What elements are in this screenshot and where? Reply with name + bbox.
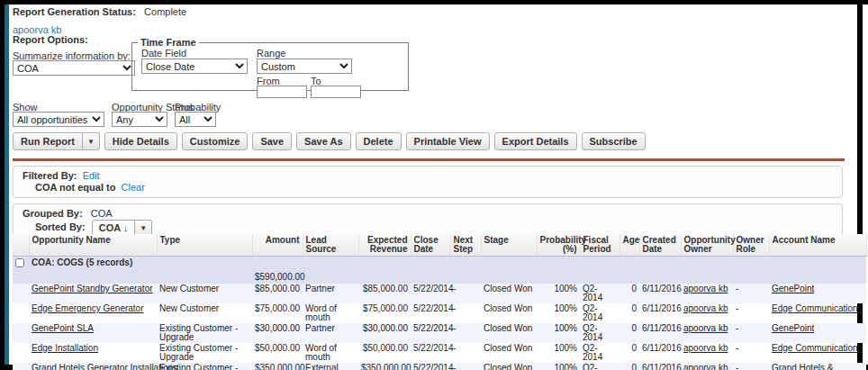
cell-created-date: 6/11/2016 [639, 343, 681, 363]
cell-next-step: - [450, 303, 481, 323]
account-link[interactable]: Edge Communications [772, 303, 863, 313]
cell-age: 0 [619, 363, 639, 370]
save-as-button[interactable]: Save As [296, 132, 350, 150]
cell-owner[interactable]: apoorva kb [681, 284, 733, 303]
account-link[interactable]: Grand Hotels & Resorts Ltd [772, 363, 833, 370]
export-details-button[interactable]: Export Details [494, 132, 577, 150]
cell-lead-source: External Referral [303, 363, 358, 370]
probability-select[interactable]: All [175, 112, 216, 127]
from-date-input[interactable] [257, 86, 307, 98]
table-row: Grand Hotels Generator InstallationsExis… [13, 363, 866, 370]
cell-owner-role: - [733, 343, 769, 363]
cell-fiscal-period: Q2-2014 [580, 323, 619, 343]
to-date-input[interactable] [311, 86, 361, 98]
report-page: Report Generation Status: Complete apoor… [0, 0, 868, 370]
account-link[interactable]: GenePoint [772, 284, 814, 293]
column-header-opportunity-owner[interactable]: Opportunity Owner [681, 234, 733, 257]
name-link[interactable]: Edge Emergency Generator [32, 303, 144, 313]
cell-account[interactable]: GenePoint [769, 323, 866, 343]
name-link[interactable]: GenePoint Standby Generator [32, 284, 153, 293]
time-frame-fieldset: Time Frame Date Field Close Date Range C… [131, 37, 409, 91]
show-select[interactable]: All opportunities [13, 112, 104, 127]
cell-name[interactable]: Grand Hotels Generator Installations [29, 363, 157, 370]
customize-button[interactable]: Customize [182, 132, 249, 150]
cell-lead-source: Word of mouth [303, 303, 358, 323]
table-row: GenePoint SLAExisting Customer - Upgrade… [13, 323, 866, 343]
cell-age: 0 [619, 343, 639, 363]
cell-owner[interactable]: apoorva kb [681, 323, 733, 343]
cell-close-date: 5/22/2014 [411, 343, 450, 363]
opportunity-status-select[interactable]: Any [112, 112, 167, 127]
column-header-probability[interactable]: Probability (%) [537, 234, 580, 257]
cell-probability: 100% [537, 363, 580, 370]
status-value: Complete [144, 6, 186, 17]
column-header-amount[interactable]: Amount [252, 234, 303, 257]
status-label: Report Generation Status: [13, 6, 136, 17]
run-report-split-button: Run Report ▼ [13, 132, 100, 150]
owner-link[interactable]: apoorva kb [683, 303, 728, 313]
cell-age: 0 [619, 323, 639, 343]
cell-lead-source: Partner [303, 284, 358, 303]
cell-name[interactable]: Edge Emergency Generator [29, 303, 157, 323]
cell-name[interactable]: Edge Installation [29, 343, 157, 363]
cell-expected-revenue: $350,000.00 [358, 363, 411, 370]
column-header-expected-revenue[interactable]: Expected Revenue [358, 234, 411, 257]
cell-name[interactable]: GenePoint Standby Generator [29, 284, 157, 303]
column-header-fiscal-period[interactable]: Fiscal Period [580, 234, 619, 257]
run-report-button[interactable]: Run Report [13, 132, 83, 150]
hide-details-button[interactable]: Hide Details [104, 132, 177, 150]
cell-lead-source: Partner [303, 323, 358, 343]
clear-filter-link[interactable]: Clear [122, 182, 145, 193]
group-select-checkbox[interactable] [15, 258, 24, 267]
cell-probability: 100% [537, 284, 580, 303]
cell-name[interactable]: GenePoint SLA [29, 323, 157, 343]
cell-next-step: - [450, 343, 481, 363]
cell-probability: 100% [537, 343, 580, 363]
cell-account[interactable]: GenePoint [769, 284, 866, 303]
table-row: Edge Emergency GeneratorNew Customer$75,… [13, 303, 866, 323]
name-link[interactable]: Grand Hotels Generator Installations [32, 363, 177, 370]
cell-probability: 100% [537, 303, 580, 323]
column-header-opportunity-name[interactable]: Opportunity Name [29, 234, 157, 257]
save-button[interactable]: Save [252, 132, 292, 150]
column-header-owner-role[interactable]: Owner Role [733, 234, 769, 257]
column-header-age[interactable]: Age [619, 234, 639, 257]
edit-filter-link[interactable]: Edit [83, 170, 100, 181]
range-select[interactable]: Custom [257, 59, 352, 74]
name-link[interactable]: GenePoint SLA [32, 323, 94, 333]
cell-owner[interactable]: apoorva kb [681, 363, 733, 370]
owner-link[interactable]: apoorva kb [683, 343, 728, 353]
cell-created-date: 6/11/2016 [639, 323, 681, 343]
cell-fiscal-period: Q2-2014 [580, 303, 619, 323]
column-header-created-date[interactable]: Created Date [639, 234, 681, 257]
checkbox-column-header [13, 234, 29, 257]
cell-fiscal-period: Q2-2014 [580, 343, 619, 363]
owner-link[interactable]: apoorva kb [683, 363, 728, 370]
cell-account[interactable]: Edge Communications [769, 343, 866, 363]
column-header-next-step[interactable]: Next Step [450, 234, 481, 257]
owner-link[interactable]: apoorva kb [683, 284, 728, 293]
column-header-account-name[interactable]: Account Name [769, 234, 866, 257]
cell-close-date: 5/22/2014 [411, 284, 450, 303]
account-link[interactable]: GenePoint [772, 323, 814, 333]
date-field-select[interactable]: Close Date [141, 59, 248, 74]
cell-owner[interactable]: apoorva kb [681, 343, 733, 363]
name-link[interactable]: Edge Installation [32, 343, 98, 353]
cell-created-date: 6/11/2016 [639, 363, 681, 370]
owner-link[interactable]: apoorva kb [683, 323, 728, 333]
cell-next-step: - [450, 284, 481, 303]
column-header-stage[interactable]: Stage [481, 234, 537, 257]
printable-view-button[interactable]: Printable View [406, 132, 490, 150]
column-header-lead-source[interactable]: Lead Source [303, 234, 358, 257]
account-link[interactable]: Edge Communications [772, 343, 863, 353]
cell-account[interactable]: Grand Hotels & Resorts Ltd [769, 363, 866, 370]
subscribe-button[interactable]: Subscribe [582, 132, 646, 150]
section-divider [13, 158, 845, 161]
column-header-type[interactable]: Type [157, 234, 252, 257]
cell-account[interactable]: Edge Communications [769, 303, 866, 323]
cell-owner[interactable]: apoorva kb [681, 303, 733, 323]
run-report-caret-icon[interactable]: ▼ [83, 132, 100, 150]
summarize-select[interactable]: COA [13, 60, 135, 76]
column-header-close-date[interactable]: Close Date [411, 234, 450, 257]
delete-button[interactable]: Delete [356, 132, 402, 150]
